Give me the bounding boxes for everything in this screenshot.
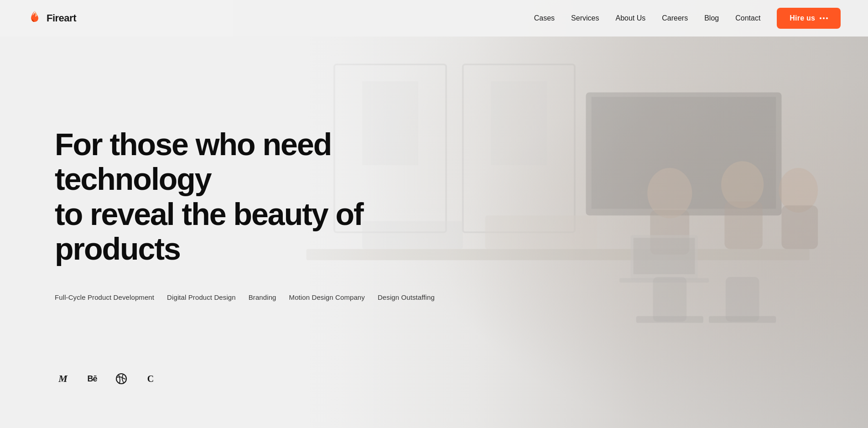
- svg-rect-12: [725, 202, 763, 249]
- hero-tag-1: Full-Cycle Product Development: [55, 293, 154, 301]
- medium-link[interactable]: M: [55, 371, 71, 387]
- nav-item-contact[interactable]: Contact: [735, 14, 760, 22]
- svg-rect-14: [782, 205, 818, 249]
- hire-us-label: Hire us: [790, 14, 815, 22]
- hero-tag-5: Design Outstaffing: [378, 293, 435, 301]
- svg-rect-18: [653, 277, 687, 322]
- main-nav: Cases Services About Us Careers Blog Con…: [534, 8, 841, 29]
- nav-item-about[interactable]: About Us: [615, 14, 645, 22]
- hero-tag-2: Digital Product Design: [167, 293, 236, 301]
- svg-point-11: [721, 161, 764, 208]
- nav-item-careers[interactable]: Careers: [662, 14, 688, 22]
- hero-headline: For those who need technology to reveal …: [55, 127, 465, 266]
- hero-tag-3: Branding: [249, 293, 276, 301]
- header: Fireart Cases Services About Us Careers …: [0, 0, 868, 37]
- svg-rect-21: [709, 316, 776, 323]
- logo[interactable]: Fireart: [27, 10, 76, 26]
- nav-item-blog[interactable]: Blog: [704, 14, 719, 22]
- hire-us-button[interactable]: Hire us: [777, 8, 841, 29]
- clutch-icon: C: [147, 374, 154, 384]
- dribbble-link[interactable]: [113, 371, 130, 387]
- nav-item-services[interactable]: Services: [571, 14, 599, 22]
- hero-tags: Full-Cycle Product Development Digital P…: [55, 293, 556, 301]
- svg-rect-19: [636, 316, 703, 323]
- behance-icon: Bē: [87, 374, 97, 384]
- hero-headline-line1: For those who need technology: [55, 127, 331, 196]
- dots-icon: [820, 17, 828, 19]
- clutch-link[interactable]: C: [142, 371, 159, 387]
- nav-item-cases[interactable]: Cases: [534, 14, 555, 22]
- hero-content: For those who need technology to reveal …: [55, 127, 556, 301]
- logo-text: Fireart: [47, 12, 76, 24]
- social-links: M Bē C: [55, 371, 159, 387]
- medium-icon: M: [58, 373, 68, 385]
- hero-tag-4: Motion Design Company: [289, 293, 365, 301]
- dribbble-icon: [115, 373, 127, 385]
- hero-headline-line2: to reveal the beauty of products: [55, 197, 363, 266]
- hero-section: For those who need technology to reveal …: [0, 0, 868, 428]
- fireart-logo-icon: [27, 10, 42, 26]
- behance-link[interactable]: Bē: [84, 371, 100, 387]
- svg-rect-16: [634, 238, 695, 274]
- svg-rect-20: [726, 277, 759, 322]
